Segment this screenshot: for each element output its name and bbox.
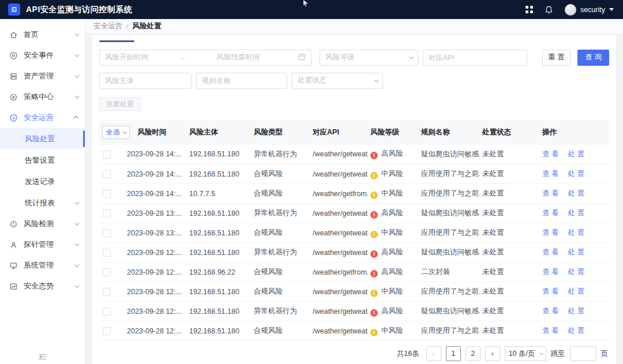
prev-page-button[interactable]: ‹ xyxy=(426,346,441,361)
cell-risk-level: 高风险 xyxy=(381,248,403,256)
cell-risk-level: 中风险 xyxy=(381,228,403,237)
breadcrumb-section[interactable]: 安全运营 xyxy=(93,21,122,31)
page-button-2[interactable]: 2 xyxy=(466,346,481,361)
sidebar-subitem-statistics-report[interactable]: 统计报表 xyxy=(0,192,85,213)
cell-api: /weather/getfrom... xyxy=(310,262,368,282)
rule-name-input[interactable] xyxy=(196,73,287,89)
cell-risk-level: 中风险 xyxy=(381,170,403,178)
handle-link[interactable]: 处 置 xyxy=(568,189,584,197)
jump-label: 跳至 xyxy=(551,349,565,359)
sidebar-item-assets[interactable]: 资产管理 xyxy=(0,66,85,87)
row-checkbox[interactable] xyxy=(103,249,111,257)
risk-subject-input[interactable] xyxy=(99,73,192,89)
view-link[interactable]: 查 看 xyxy=(542,189,558,197)
col-handle-status: 处置状态 xyxy=(480,120,540,145)
view-link[interactable]: 查 看 xyxy=(542,327,558,335)
sidebar-item-operations[interactable]: 安全运营 xyxy=(0,107,85,128)
row-checkbox[interactable] xyxy=(103,151,111,159)
row-checkbox[interactable] xyxy=(103,307,111,316)
sidebar-item-risk-detection[interactable]: 风险检测 xyxy=(0,213,85,234)
cell-risk-type: 异常机器行为 xyxy=(252,302,310,321)
handle-link[interactable]: 处 置 xyxy=(568,307,584,315)
view-link[interactable]: 查 看 xyxy=(542,170,558,178)
view-link[interactable]: 查 看 xyxy=(542,228,558,237)
apps-grid-icon[interactable] xyxy=(526,6,533,13)
handle-link[interactable]: 处 置 xyxy=(568,170,584,178)
view-link[interactable]: 查 看 xyxy=(542,287,558,295)
risk-level-icon xyxy=(370,329,378,336)
row-checkbox[interactable] xyxy=(103,170,111,178)
sidebar-item-home[interactable]: 首页 xyxy=(0,24,85,45)
page-size-select[interactable]: 10 条/页 xyxy=(505,346,546,361)
row-checkbox[interactable] xyxy=(103,229,111,237)
view-link[interactable]: 查 看 xyxy=(542,209,558,217)
view-link[interactable]: 查 看 xyxy=(542,150,558,158)
date-range-picker[interactable]: 风险开始时间 → 风险结束时间 xyxy=(99,50,312,66)
row-checkbox[interactable] xyxy=(103,327,111,335)
handle-link[interactable]: 处 置 xyxy=(568,209,584,217)
row-checkbox[interactable] xyxy=(103,268,111,276)
username: security xyxy=(580,6,605,14)
page-button-1[interactable]: 1 xyxy=(446,346,461,361)
row-checkbox[interactable] xyxy=(103,209,111,217)
sidebar-item-policy[interactable]: 策略中心 xyxy=(0,87,85,107)
row-checkbox[interactable] xyxy=(103,288,111,296)
sidebar-item-security-events[interactable]: 安全事件 xyxy=(0,45,85,66)
sidebar-collapse-icon[interactable] xyxy=(0,353,85,361)
user-menu[interactable]: security xyxy=(565,4,614,16)
col-risk-level: 风险等级 xyxy=(368,120,419,145)
view-link[interactable]: 查 看 xyxy=(542,268,558,276)
cell-handle-status: 未处置 xyxy=(480,223,540,243)
sidebar-item-label: 探针管理 xyxy=(24,239,74,250)
api-input[interactable] xyxy=(423,50,527,66)
handle-link[interactable]: 处 置 xyxy=(568,327,584,335)
sidebar-item-security-posture[interactable]: 安全态势 xyxy=(0,276,85,297)
cell-risk-level: 中风险 xyxy=(381,189,403,197)
cell-risk-level: 中风险 xyxy=(381,327,403,335)
risk-table: 全选 风险时间 风险主体 风险类型 对应API 风险等级 规则名称 处置状态 操… xyxy=(99,120,609,342)
view-link[interactable]: 查 看 xyxy=(542,307,558,315)
row-checkbox[interactable] xyxy=(103,190,111,198)
sidebar-item-system-management[interactable]: 系统管理 xyxy=(0,255,85,276)
select-all-control[interactable]: 全选 xyxy=(102,126,130,139)
sidebar-subitem-alert-settings[interactable]: 告警设置 xyxy=(0,149,85,171)
handle-link[interactable]: 处 置 xyxy=(568,228,584,237)
sidebar-item-probe-management[interactable]: 探针管理 xyxy=(0,234,85,255)
chevron-down-icon xyxy=(539,351,543,355)
sidebar-subitem-send-records[interactable]: 发送记录 xyxy=(0,171,85,192)
handle-status-select[interactable]: 处置状态 xyxy=(292,73,383,89)
handle-link[interactable]: 处 置 xyxy=(568,287,584,295)
app-title: API安全监测与访问控制系统 xyxy=(26,5,132,15)
cell-risk-subject: 192.168.51.180 xyxy=(187,223,252,243)
cell-risk-type: 合规风险 xyxy=(252,282,310,302)
cell-rule-name: 疑似爬虫访问敏感... xyxy=(419,243,480,262)
top-navbar: API安全监测与访问控制系统 security xyxy=(0,0,623,19)
jump-page-input[interactable] xyxy=(570,346,596,361)
sidebar-item-label: 安全事件 xyxy=(24,50,74,61)
range-arrow: → xyxy=(148,54,216,62)
handle-link[interactable]: 处 置 xyxy=(568,150,584,158)
handle-link[interactable]: 处 置 xyxy=(568,268,584,276)
batch-handle-button[interactable]: 批量处置 xyxy=(99,97,141,111)
cell-rule-name: 应用使用了与之前... xyxy=(419,184,480,204)
cell-api: /weather/getweat... xyxy=(310,302,368,321)
jump-suffix: 页 xyxy=(601,349,609,359)
view-link[interactable]: 查 看 xyxy=(542,248,558,256)
risk-level-icon xyxy=(370,152,378,159)
cell-rule-name: 应用使用了与之前... xyxy=(419,282,480,302)
handle-link[interactable]: 处 置 xyxy=(568,248,584,256)
chevron-down-icon xyxy=(123,130,127,134)
cell-risk-subject: 192.168.51.180 xyxy=(187,204,252,223)
cell-risk-type: 合规风险 xyxy=(252,223,310,243)
cell-risk-subject: 10.7.7.5 xyxy=(187,184,252,204)
sidebar-subitem-risk-handling[interactable]: 风险处置 xyxy=(0,128,85,149)
next-page-button[interactable]: › xyxy=(485,346,500,361)
probe-icon xyxy=(9,241,18,249)
table-row: 2023-09-28 13:... 192.168.51.180 合规风险 /w… xyxy=(99,223,609,243)
bell-icon[interactable] xyxy=(545,5,553,14)
posture-icon xyxy=(9,282,18,291)
risk-level-select[interactable]: 风险等级 xyxy=(320,50,418,66)
reset-button[interactable]: 重 置 xyxy=(542,50,571,66)
search-button[interactable]: 查 询 xyxy=(577,50,609,66)
home-icon xyxy=(9,31,18,39)
